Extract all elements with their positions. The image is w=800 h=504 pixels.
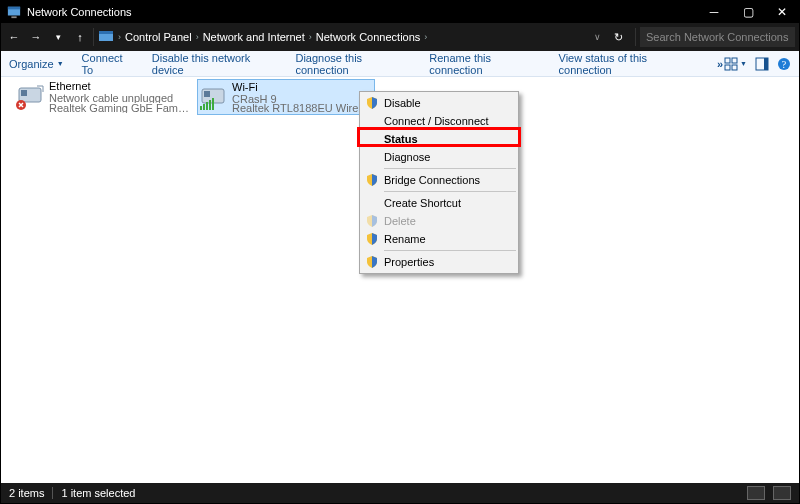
back-button[interactable]: ← [5,31,23,43]
diagnose-connection-button[interactable]: Diagnose this connection [295,52,411,76]
connection-status: CRasH 9 [232,94,372,103]
divider [635,28,636,46]
address-dropdown-button[interactable]: ∨ [594,32,601,42]
connection-adapter: Realtek Gaming GbE Family Contr... [49,103,191,113]
svg-rect-20 [206,102,208,110]
svg-rect-2 [11,16,16,18]
shield-icon [366,174,378,186]
control-panel-icon [98,29,114,45]
shield-icon [366,215,378,227]
ctx-create-shortcut[interactable]: Create Shortcut [362,194,516,212]
connection-name: Ethernet [49,81,191,93]
ctx-delete: Delete [362,212,516,230]
minimize-button[interactable]: ─ [697,5,731,19]
ctx-diagnose[interactable]: Diagnose [362,148,516,166]
connection-ethernet[interactable]: Ethernet Network cable unplugged Realtek… [15,79,193,115]
recent-locations-button[interactable]: ▾ [49,32,67,42]
connection-adapter: Realtek RTL8188EU Wireless LAN 8... [232,103,372,112]
svg-rect-19 [203,104,205,110]
forward-button[interactable]: → [27,31,45,43]
divider [93,28,94,46]
view-mode-details-button[interactable] [747,486,765,500]
window-title: Network Connections [27,6,132,18]
error-x-icon [15,99,27,111]
ctx-properties[interactable]: Properties [362,253,516,271]
command-bar: Organize▼ Connect To Disable this networ… [1,51,799,77]
breadcrumb-network-connections[interactable]: Network Connections [316,31,421,43]
connection-status: Network cable unplugged [49,93,191,103]
title-bar: Network Connections ─ ▢ ✕ [1,1,799,23]
window-root: Network Connections ─ ▢ ✕ ← → ▾ ↑ › Cont… [0,0,800,504]
chevron-right-icon: › [424,32,427,42]
status-item-count: 2 items [9,487,44,499]
svg-rect-4 [99,31,113,34]
address-bar: ← → ▾ ↑ › Control Panel › Network and In… [1,23,799,51]
chevron-right-icon: › [118,32,121,42]
svg-text:?: ? [782,59,787,70]
search-placeholder: Search Network Connections [646,31,788,43]
overflow-button[interactable]: » [717,58,724,70]
svg-rect-6 [732,58,737,63]
ctx-disable[interactable]: Disable [362,94,516,112]
maximize-button[interactable]: ▢ [731,5,765,19]
close-button[interactable]: ✕ [765,5,799,19]
content-area: Ethernet Network cable unplugged Realtek… [1,77,799,483]
svg-rect-5 [725,58,730,63]
view-mode-large-button[interactable] [773,486,791,500]
breadcrumb-network-internet[interactable]: Network and Internet [203,31,305,43]
svg-rect-10 [764,58,768,70]
shield-icon [366,97,378,109]
preview-pane-button[interactable] [755,57,769,71]
status-bar: 2 items 1 item selected [1,483,799,503]
svg-rect-22 [212,98,214,110]
breadcrumb-control-panel[interactable]: Control Panel [125,31,192,43]
divider [384,168,516,169]
ctx-bridge[interactable]: Bridge Connections [362,171,516,189]
svg-rect-8 [732,65,737,70]
svg-rect-17 [204,91,210,97]
shield-icon [366,233,378,245]
svg-rect-1 [8,7,20,10]
connection-wifi[interactable]: Wi-Fi CRasH 9 Realtek RTL8188EU Wireless… [197,79,375,115]
help-button[interactable]: ? [777,57,791,71]
context-menu: Disable Connect / Disconnect Status Diag… [359,91,519,274]
breadcrumb[interactable]: › Control Panel › Network and Internet ›… [118,31,427,43]
divider [52,487,53,499]
up-button[interactable]: ↑ [71,31,89,43]
view-status-button[interactable]: View status of this connection [559,52,695,76]
svg-rect-18 [200,106,202,110]
status-selected-count: 1 item selected [61,487,135,499]
divider [384,250,516,251]
refresh-button[interactable]: ↻ [609,31,627,44]
view-icon [724,57,738,71]
svg-rect-7 [725,65,730,70]
chevron-down-icon: ▼ [57,60,64,67]
shield-icon [366,256,378,268]
ctx-connect-disconnect[interactable]: Connect / Disconnect [362,112,516,130]
chevron-down-icon: ▼ [740,60,747,67]
organize-button[interactable]: Organize▼ [9,58,64,70]
connect-to-button[interactable]: Connect To [82,52,134,76]
view-options-button[interactable]: ▼ [724,57,747,71]
wifi-signal-icon [200,98,214,110]
disable-device-button[interactable]: Disable this network device [152,52,278,76]
divider [384,191,516,192]
connection-name: Wi-Fi [232,82,372,94]
control-panel-icon [7,5,21,19]
svg-rect-14 [21,90,27,96]
rename-connection-button[interactable]: Rename this connection [429,52,540,76]
ctx-status[interactable]: Status [362,130,516,148]
search-input[interactable]: Search Network Connections [640,27,795,47]
svg-rect-21 [209,100,211,110]
chevron-right-icon: › [309,32,312,42]
chevron-right-icon: › [196,32,199,42]
ctx-rename[interactable]: Rename [362,230,516,248]
